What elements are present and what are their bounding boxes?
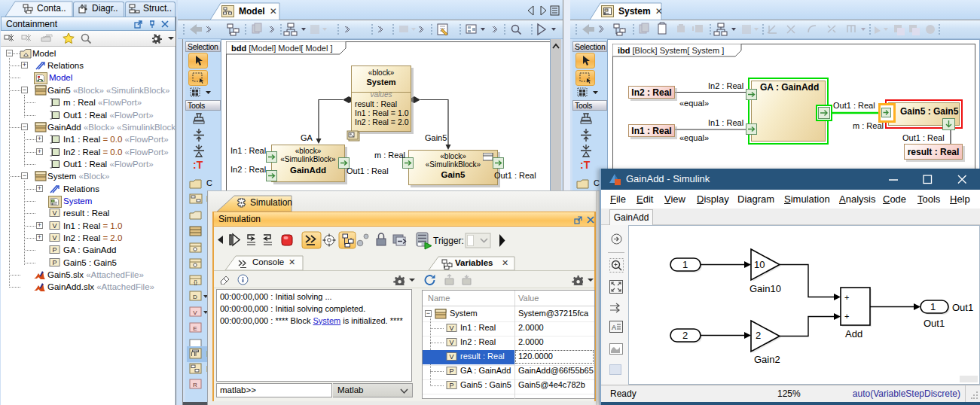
svg-text:D: D (193, 294, 197, 300)
svg-text:Gain2: Gain2 (754, 354, 780, 365)
svg-text:P: P (52, 259, 56, 266)
svg-text:P: P (449, 382, 453, 389)
svg-text:P: P (449, 367, 453, 375)
svg-text:1: 1 (930, 301, 936, 312)
svg-text:+: + (844, 293, 849, 302)
svg-text:P: P (52, 246, 56, 254)
svg-text:10: 10 (754, 259, 765, 270)
svg-text:Gain10: Gain10 (750, 283, 781, 294)
svg-text:V: V (449, 353, 453, 361)
svg-text:E: E (193, 325, 197, 332)
svg-text:V: V (449, 324, 453, 332)
svg-text:V: V (52, 222, 56, 230)
svg-text:V: V (52, 209, 56, 217)
svg-text:V: V (52, 234, 56, 242)
svg-text:Out1: Out1 (924, 318, 945, 329)
svg-text:{}: {} (194, 279, 197, 285)
svg-text:Add: Add (845, 328, 862, 340)
svg-text:A: A (612, 324, 616, 331)
svg-text:R: R (193, 382, 197, 388)
svg-text:1: 1 (682, 259, 688, 270)
svg-text:+: + (844, 312, 849, 321)
svg-text:2: 2 (682, 330, 688, 341)
svg-text:2: 2 (756, 330, 761, 341)
svg-text:Out1: Out1 (952, 302, 973, 313)
svg-text:Trigger:: Trigger: (433, 236, 464, 246)
svg-text:V: V (449, 339, 453, 346)
svg-text:V: V (193, 309, 197, 316)
